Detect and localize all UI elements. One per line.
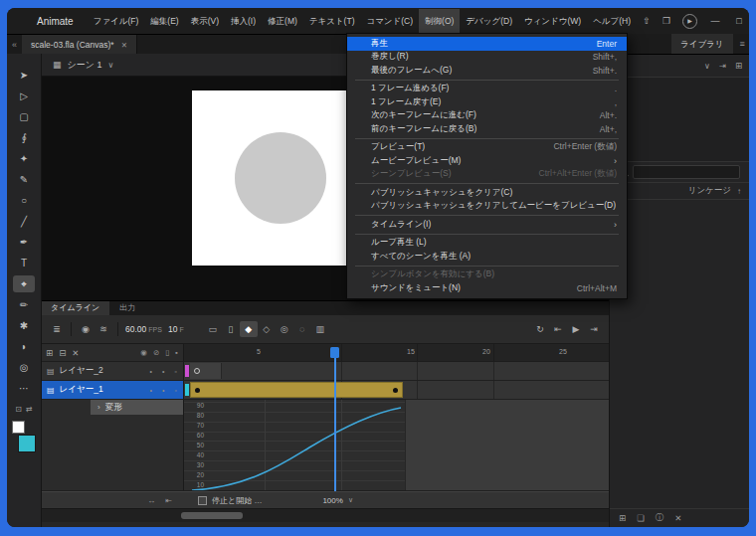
library-column-header[interactable]: リンケージ ↑ <box>610 183 749 200</box>
tab-scroll-left-icon[interactable]: « <box>7 35 22 55</box>
menu-help[interactable]: ヘルプ(H) <box>587 9 637 34</box>
pen-tool[interactable]: ✒ <box>13 234 35 251</box>
menu-insert[interactable]: 挿入(I) <box>225 9 262 34</box>
loop-icon[interactable]: ↻ <box>531 321 549 337</box>
menu-item-step-backward[interactable]: 1 フレーム戻す(E) , <box>347 95 627 109</box>
motion-tween-span[interactable] <box>190 382 403 398</box>
circle-shape[interactable] <box>235 132 326 224</box>
shape-tool[interactable]: ○ <box>13 192 35 209</box>
workspace-icon[interactable]: ❐ <box>657 16 676 26</box>
fluid-brush-tool[interactable]: ✦ <box>13 150 35 167</box>
more-tools-icon[interactable]: ⋯ <box>13 380 35 397</box>
linkage-column-label[interactable]: リンケージ <box>688 185 731 197</box>
menu-view[interactable]: 表示(V) <box>185 9 225 34</box>
minimize-button[interactable]: — <box>703 9 727 34</box>
layer-outline-toggle[interactable]: ▫ <box>175 368 177 375</box>
menu-item-mute-sounds[interactable]: サウンドをミュート(N) Ctrl+Alt+M <box>347 281 627 295</box>
new-folder-icon[interactable]: ❏ <box>637 513 645 523</box>
layer-depth-icon[interactable]: ≋ <box>94 321 112 337</box>
layer-row-1[interactable]: ▤ レイヤー_1 • • ▫ <box>41 381 610 400</box>
layer-lock-toggle[interactable]: • <box>162 368 164 375</box>
pencil-tool[interactable]: ✏ <box>13 296 35 313</box>
ease-preset-label[interactable]: 停止と開始 … <box>212 495 262 506</box>
chevron-down-icon[interactable]: ∨ <box>348 496 353 504</box>
default-colors-icon[interactable]: ⊡ <box>15 405 22 414</box>
quick-publish-icon[interactable]: ▶ <box>682 14 697 29</box>
eyedropper-tool[interactable]: ◗ <box>13 338 35 355</box>
layer-frames[interactable] <box>184 381 610 399</box>
pin-library-icon[interactable]: ⇥ <box>719 61 726 71</box>
frame-rate-value[interactable]: 60.00 <box>125 324 146 334</box>
current-frame-value[interactable]: 10 <box>168 324 177 334</box>
onion-skin-icon[interactable]: ◎ <box>276 321 293 337</box>
menu-item-rewind[interactable]: 巻戻し(R) Shift+, <box>347 51 627 65</box>
fill-color-swatch[interactable] <box>18 435 36 452</box>
layer-name[interactable]: レイヤー_1 <box>60 384 103 396</box>
zoom-tool[interactable]: ◎ <box>13 359 35 376</box>
menu-item-movie-preview[interactable]: ムービープレビュー(M) › <box>347 154 627 168</box>
menu-item-preview[interactable]: プレビュー(T) Ctrl+Enter (数値) <box>347 141 627 155</box>
menu-item-go-to-last-frame[interactable]: 最後のフレームへ(G) Shift+. <box>347 64 627 78</box>
search-input[interactable] <box>633 165 740 179</box>
width-tool[interactable]: ✱ <box>13 317 35 334</box>
step-forward-icon[interactable]: ⇥ <box>585 321 603 337</box>
tab-library[interactable]: ライブラリ <box>671 34 733 54</box>
step-back-icon[interactable]: ⇤ <box>549 321 567 337</box>
tab-output[interactable]: 出力 <box>109 301 145 315</box>
tab-close-icon[interactable]: ✕ <box>121 41 127 50</box>
asset-warp-tool[interactable]: ⌖ <box>13 275 35 292</box>
menu-modify[interactable]: 修正(M) <box>262 9 303 34</box>
tab-timeline[interactable]: タイムライン <box>41 301 109 315</box>
remove-frame-icon[interactable]: ▯ <box>222 321 240 337</box>
lock-all-layers-icon[interactable]: ⊘ <box>153 348 159 357</box>
panel-menu-icon[interactable]: ≡ <box>733 39 750 49</box>
line-tool[interactable]: ╱ <box>13 213 35 230</box>
menu-edit[interactable]: 編集(E) <box>144 9 184 34</box>
edit-multiple-frames-icon[interactable]: ▥ <box>311 321 329 337</box>
maximize-button[interactable]: □ <box>727 9 749 34</box>
chevron-down-icon[interactable]: ∨ <box>107 61 113 70</box>
fit-graph-icon[interactable]: ⇤ <box>165 496 172 505</box>
layer-lock-toggle[interactable]: • <box>162 387 164 394</box>
timeline-horizontal-scrollbar[interactable] <box>41 508 610 522</box>
play-button[interactable]: ▶ <box>567 321 585 337</box>
menu-item-timeline[interactable]: タイムライン(I) › <box>347 218 627 232</box>
tween-property[interactable]: › 変形 <box>91 400 183 415</box>
layer-visibility-toggle[interactable]: • <box>150 387 152 394</box>
new-folder-icon[interactable]: ⊟ <box>59 348 66 358</box>
insert-keyframe-icon[interactable]: ◆ <box>240 321 258 337</box>
menu-item-step-forward[interactable]: 1 フレーム進める(F) . <box>347 83 627 96</box>
menu-item-clear-publish-cache[interactable]: パブリッシュキャッシュをクリア(C) <box>347 186 627 200</box>
insert-frame-icon[interactable]: ▭ <box>204 321 222 337</box>
show-all-layers-icon[interactable]: ◉ <box>140 348 147 357</box>
menu-item-loop-playback[interactable]: ループ再生 (L) <box>347 237 627 251</box>
layer-name-cell[interactable]: ▤ レイヤー_2 • • ▫ <box>41 362 184 380</box>
layer-name-cell[interactable]: ▤ レイヤー_1 • • ▫ <box>41 381 184 399</box>
properties-icon[interactable]: ⓘ <box>656 512 664 524</box>
ease-curve-editor[interactable]: 90 80 70 60 50 40 30 20 10 <box>184 400 610 490</box>
swap-colors-icon[interactable]: ⇄ <box>26 405 33 414</box>
insert-blank-keyframe-icon[interactable]: ◇ <box>258 321 276 337</box>
menu-debug[interactable]: デバッグ(D) <box>460 9 518 34</box>
empty-frame-span[interactable] <box>190 363 222 379</box>
selection-tool[interactable]: ➤ <box>13 67 35 84</box>
layer-frames[interactable] <box>184 362 610 380</box>
menu-item-next-keyframe[interactable]: 次のキーフレームに進む(F) Alt+. <box>347 109 627 123</box>
frame-ruler[interactable]: 5 10 15 20 25 <box>184 344 610 361</box>
layer-outline-toggle[interactable]: ▫ <box>175 387 177 394</box>
free-transform-tool[interactable]: ▢ <box>13 108 35 125</box>
new-library-panel-icon[interactable]: ⊞ <box>735 61 742 71</box>
playhead-line[interactable] <box>334 347 336 491</box>
classic-brush-tool[interactable]: ✎ <box>13 171 35 188</box>
ease-preset-icon[interactable] <box>198 496 207 505</box>
layer-row-2[interactable]: ▤ レイヤー_2 • • ▫ <box>41 362 610 381</box>
onion-skin-outlines-icon[interactable]: ◌ <box>293 321 311 337</box>
menu-text[interactable]: テキスト(T) <box>303 9 361 34</box>
highlight-layers-icon[interactable]: ▪ <box>175 348 178 357</box>
menu-window[interactable]: ウィンドウ(W) <box>518 9 587 34</box>
timeline-panels-icon[interactable]: ≣ <box>48 321 66 337</box>
menu-item-play[interactable]: 再生 Enter <box>347 37 627 51</box>
subselection-tool[interactable]: ▷ <box>13 88 35 104</box>
outline-all-layers-icon[interactable]: ▯ <box>165 348 169 357</box>
layer-visibility-toggle[interactable]: • <box>150 368 152 375</box>
